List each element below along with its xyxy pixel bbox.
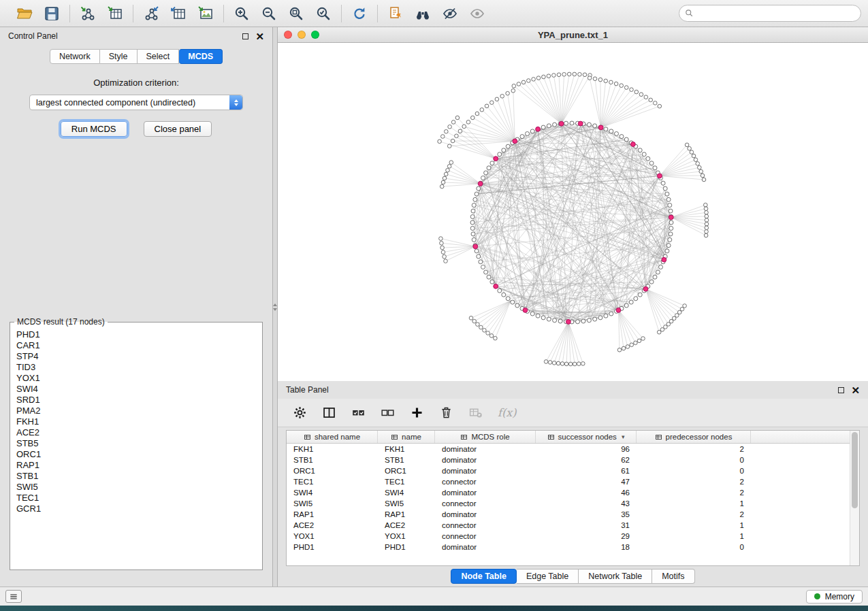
zoom-in-button[interactable]	[231, 3, 253, 24]
search-input[interactable]	[679, 5, 861, 22]
trash-icon	[439, 406, 453, 420]
column-header-MCDS-role[interactable]: MCDS role	[435, 431, 536, 443]
close-table-panel-icon[interactable]: ✕	[851, 385, 860, 395]
network-canvas[interactable]	[278, 43, 868, 381]
memory-button[interactable]: Memory	[806, 590, 863, 604]
table-row[interactable]: STB1STB1dominator620	[287, 455, 850, 465]
column-header-name[interactable]: name	[378, 431, 435, 443]
result-node[interactable]: PHD1	[16, 329, 262, 340]
eye-slash-button[interactable]	[439, 3, 461, 24]
tab-mcds[interactable]: MCDS	[179, 49, 223, 64]
result-node[interactable]: YOX1	[16, 373, 262, 384]
table-row[interactable]: SWI5SWI5connector431	[287, 498, 850, 509]
panel-splitter[interactable]	[272, 27, 278, 587]
panel-menu-button[interactable]	[5, 590, 22, 603]
result-node[interactable]: STB5	[16, 438, 262, 449]
run-mcds-button[interactable]: Run MCDS	[61, 121, 127, 137]
cell-shared_name: PHD1	[287, 543, 378, 551]
application-window: Control Panel ✕ NetworkStyleSelectMCDS O…	[0, 0, 868, 606]
export-table-icon	[170, 5, 187, 22]
folder-open-button[interactable]	[14, 3, 35, 24]
export-table-button[interactable]	[167, 3, 189, 24]
eye-button[interactable]	[466, 3, 488, 24]
float-panel-icon[interactable]	[242, 33, 248, 39]
zoom-selected-button[interactable]	[312, 3, 334, 24]
maximize-window-icon[interactable]	[311, 31, 319, 39]
export-image-button[interactable]	[195, 3, 216, 24]
table-row[interactable]: PHD1PHD1dominator180	[287, 542, 850, 552]
zoom-out-button[interactable]	[258, 3, 280, 24]
close-panel-button[interactable]: Close panel	[144, 121, 212, 137]
table-row[interactable]: RAP1RAP1dominator352	[287, 509, 850, 520]
gear-button[interactable]	[290, 403, 309, 423]
result-node[interactable]: ACE2	[16, 427, 262, 438]
cell-predecessor_nodes: 2	[637, 445, 751, 453]
table-row[interactable]: TEC1TEC1connector472	[287, 476, 850, 487]
binoculars-button[interactable]	[412, 3, 434, 24]
trash-button[interactable]	[436, 403, 455, 423]
eye-slash-icon	[442, 5, 458, 22]
result-node[interactable]: CAR1	[16, 340, 262, 351]
cell-name: RAP1	[378, 510, 435, 518]
save-button[interactable]	[41, 3, 63, 24]
result-node[interactable]: RAP1	[16, 460, 262, 471]
node-table-body: FKH1FKH1dominator962STB1STB1dominator620…	[287, 444, 850, 552]
menu-list-icon	[9, 592, 18, 601]
result-node[interactable]: ORC1	[16, 449, 262, 460]
table-row[interactable]: ACE2ACE2connector311	[287, 520, 850, 531]
tab-edge-table[interactable]: Edge Table	[517, 569, 579, 584]
cell-name: FKH1	[378, 445, 435, 453]
close-panel-icon[interactable]: ✕	[255, 31, 264, 42]
tab-node-table[interactable]: Node Table	[451, 569, 516, 584]
tab-motifs[interactable]: Motifs	[652, 569, 694, 584]
result-node[interactable]: SWI4	[16, 384, 262, 395]
add-button[interactable]	[407, 403, 426, 423]
column-header-shared-name[interactable]: shared name	[287, 431, 378, 443]
check-all-button[interactable]	[349, 403, 368, 423]
tab-network-table[interactable]: Network Table	[579, 569, 652, 584]
zoom-out-icon	[261, 5, 277, 22]
result-node[interactable]: FKH1	[16, 416, 262, 427]
table-row[interactable]: ORC1ORC1dominator610	[287, 465, 850, 476]
optimization-criterion-dropdown[interactable]: largest connected component (undirected)	[29, 95, 243, 110]
export-network-button[interactable]	[140, 3, 162, 24]
table-row[interactable]: FKH1FKH1dominator962	[287, 444, 850, 455]
tab-select[interactable]: Select	[138, 49, 180, 64]
result-node[interactable]: TEC1	[16, 493, 262, 503]
result-node[interactable]: TID3	[16, 362, 262, 373]
network-graph[interactable]	[278, 43, 868, 381]
table-row[interactable]: SWI4SWI4dominator462	[287, 487, 850, 498]
splitter-down-icon	[273, 308, 277, 311]
table-row[interactable]: YOX1YOX1connector291	[287, 531, 850, 542]
tab-style[interactable]: Style	[100, 49, 138, 64]
close-window-icon[interactable]	[284, 31, 292, 39]
import-disabled-button[interactable]	[466, 403, 485, 423]
cell-name: YOX1	[378, 532, 435, 540]
column-header-predecessor-nodes[interactable]: predecessor nodes	[637, 431, 751, 443]
float-table-panel-icon[interactable]	[838, 387, 844, 393]
minimize-window-icon[interactable]	[298, 31, 306, 39]
tab-network[interactable]: Network	[50, 49, 100, 64]
import-table-button[interactable]	[104, 3, 126, 24]
cell-shared_name: ORC1	[287, 467, 378, 475]
result-node[interactable]: STB1	[16, 471, 262, 482]
zoom-fit-icon	[288, 5, 304, 22]
search-icon	[684, 8, 694, 18]
control-panel-titlebar: Control Panel ✕	[0, 27, 272, 45]
import-network-button[interactable]	[77, 3, 99, 24]
clone-network-button[interactable]	[385, 3, 406, 24]
result-node[interactable]: STP4	[16, 351, 262, 362]
table-scrollbar[interactable]	[850, 431, 859, 565]
result-node[interactable]: SRD1	[16, 395, 262, 406]
main-area: Control Panel ✕ NetworkStyleSelectMCDS O…	[0, 27, 868, 587]
table-scrollbar-thumb[interactable]	[852, 432, 858, 508]
refresh-button[interactable]	[349, 3, 370, 24]
result-node[interactable]: PMA2	[16, 406, 262, 416]
zoom-fit-button[interactable]	[285, 3, 307, 24]
function-builder-button[interactable]: f(x)	[498, 406, 516, 419]
result-node[interactable]: GCR1	[16, 503, 262, 514]
result-node[interactable]: SWI5	[16, 482, 262, 493]
uncheck-all-button[interactable]	[378, 403, 397, 423]
column-header-successor-nodes[interactable]: successor nodes▾	[536, 431, 637, 443]
columns-button[interactable]	[319, 403, 338, 423]
